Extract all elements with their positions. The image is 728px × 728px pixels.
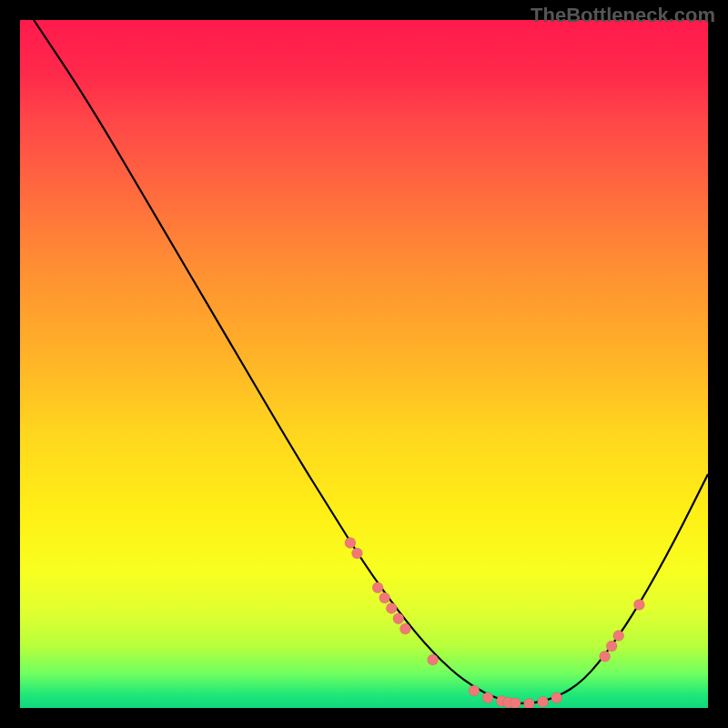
data-point <box>606 641 617 652</box>
data-point <box>469 685 480 696</box>
data-point <box>538 696 549 707</box>
data-point <box>482 693 493 703</box>
data-point <box>399 623 410 634</box>
data-point <box>351 548 362 559</box>
data-point <box>372 582 383 593</box>
data-point <box>551 693 562 703</box>
data-point <box>379 592 390 603</box>
data-point <box>386 602 397 613</box>
data-point <box>345 538 356 549</box>
data-points-group <box>345 538 645 708</box>
data-point <box>613 631 624 642</box>
bottleneck-curve <box>34 20 708 703</box>
chart-canvas <box>20 20 708 708</box>
data-point <box>510 698 521 708</box>
data-point <box>393 613 404 624</box>
chart-svg <box>20 20 708 708</box>
data-point <box>633 600 644 611</box>
data-point <box>600 651 611 662</box>
data-point <box>523 698 534 708</box>
data-point <box>428 654 439 665</box>
watermark-text: TheBottleneck.com <box>531 4 715 27</box>
